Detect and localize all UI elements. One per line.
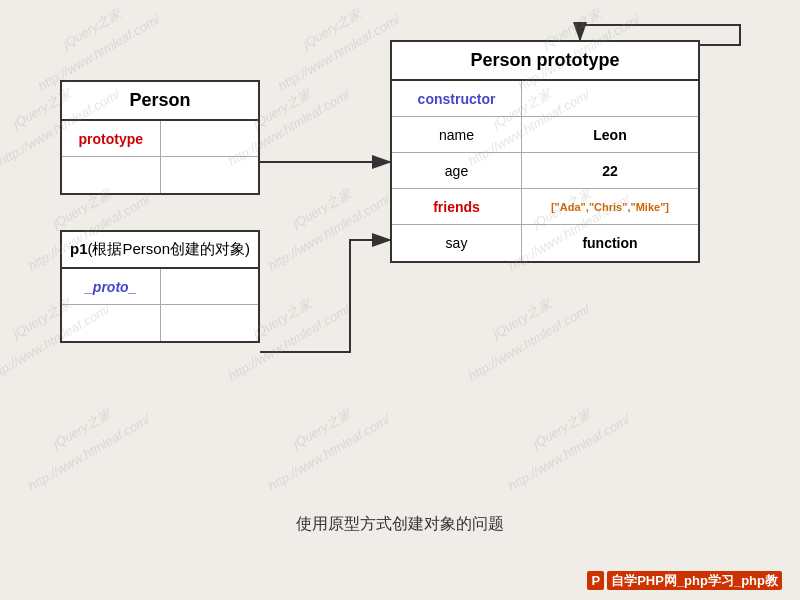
proto-say-value: function: [522, 225, 698, 261]
bottom-logo: P自学PHP网_php学习_php教: [587, 572, 785, 590]
proto-say-label: say: [392, 225, 522, 261]
proto-name-value: Leon: [522, 117, 698, 152]
person-box: Person prototype: [60, 80, 260, 195]
p1-label-bold: p1: [70, 240, 88, 257]
person-box-title: Person: [62, 82, 258, 121]
proto-friends-value: ["Ada","Chris","Mike"]: [522, 189, 698, 224]
prototype-box-title: Person prototype: [392, 42, 698, 81]
proto-row-name: name Leon: [392, 117, 698, 153]
proto-row-friends: friends ["Ada","Chris","Mike"]: [392, 189, 698, 225]
person-prototype-value-cell: [161, 121, 259, 156]
person-row-2: [62, 157, 258, 193]
proto-row-age: age 22: [392, 153, 698, 189]
proto-row-constructor: constructor: [392, 81, 698, 117]
logo-badge: P: [587, 571, 604, 590]
proto-name-label: name: [392, 117, 522, 152]
proto-age-label: age: [392, 153, 522, 188]
p1-empty-cell-1: [62, 305, 161, 341]
person-prototype-cell: prototype: [62, 121, 161, 156]
prototype-box: Person prototype constructor name Leon a…: [390, 40, 700, 263]
diagram: Person prototype Person prototype constr…: [40, 40, 760, 490]
proto-age-value: 22: [522, 153, 698, 188]
person-row-1: prototype: [62, 121, 258, 157]
person-empty-cell-1: [62, 157, 161, 193]
proto-row-say: say function: [392, 225, 698, 261]
p1-proto-value-cell: [161, 269, 259, 304]
bottom-caption: 使用原型方式创建对象的问题: [0, 514, 800, 535]
p1-box-title: p1(根据Person创建的对象): [62, 232, 258, 269]
proto-constructor-value: [522, 81, 698, 116]
p1-empty-cell-2: [161, 305, 259, 341]
person-empty-cell-2: [161, 157, 259, 193]
p1-box: p1(根据Person创建的对象) _proto_: [60, 230, 260, 343]
logo-text: 自学PHP网_php学习_php教: [607, 571, 782, 590]
p1-label-desc: (根据Person创建的对象): [87, 240, 250, 257]
p1-proto-cell: _proto_: [62, 269, 161, 304]
p1-row-2: [62, 305, 258, 341]
friends-value-text: ["Ada","Chris","Mike"]: [551, 201, 669, 213]
p1-row-1: _proto_: [62, 269, 258, 305]
main-container: Person prototype Person prototype constr…: [0, 0, 800, 600]
proto-constructor-label: constructor: [392, 81, 522, 116]
proto-friends-label: friends: [392, 189, 522, 224]
